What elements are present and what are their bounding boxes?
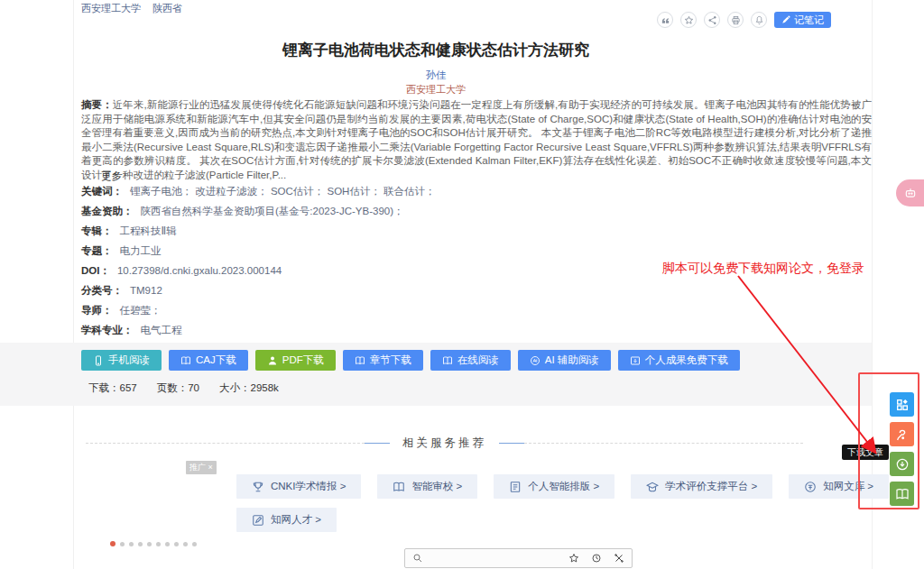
service-card-wenku[interactable]: 知网文库 > (789, 474, 889, 499)
abstract-label: 摘要： (81, 99, 113, 110)
meta-label: 专题： (81, 244, 113, 258)
meta-row-album: 专辑：工程科技Ⅱ辑 (81, 221, 872, 241)
open-book-icon (895, 487, 910, 501)
pen-square-icon (252, 514, 264, 527)
province-link[interactable]: 陕西省 (152, 3, 182, 14)
graduation-cap-icon (646, 481, 659, 493)
grid-icon (895, 398, 910, 412)
bottom-widget-bar[interactable] (404, 548, 633, 568)
meta-row-classno: 分类号：TM912 (81, 280, 872, 300)
personal-free-download-label: 个人成果免费下载 (645, 353, 728, 367)
tools-icon[interactable] (614, 553, 624, 564)
online-read-button[interactable]: 在线阅读 (430, 350, 511, 371)
download-circle-icon (895, 457, 910, 472)
service-card-eval-platform[interactable]: 学术评价支撑平台 > (631, 474, 772, 499)
cnki-article-page: 西安理工大学 陕西省 记笔记 锂离子电池荷电状态和健康状态估计方法研究 孙佳 西… (0, 0, 924, 569)
caj-download-button[interactable]: CAJ下载 (169, 350, 248, 371)
book-icon (180, 355, 191, 366)
downloads-stat: 下载：657 (88, 381, 137, 395)
trophy-icon (252, 481, 264, 493)
meta-label: 分类号： (81, 284, 123, 298)
service-cards-row1: CNKI学术情报 > 智能审校 > 个人智能排版 > 学术评价支撑平台 > 知网… (236, 474, 889, 499)
ai-icon (530, 355, 541, 366)
bar-right-icons (568, 553, 624, 564)
book-icon (355, 355, 365, 366)
carousel-dot[interactable] (110, 541, 116, 546)
bell-icon[interactable] (751, 12, 767, 28)
person-icon (267, 355, 278, 366)
pdf-download-label: PDF下载 (282, 353, 324, 367)
clock-icon[interactable] (591, 553, 602, 564)
pages-stat: 页数：70 (157, 381, 199, 395)
mobile-read-button[interactable]: 手机阅读 (81, 350, 162, 371)
author-link[interactable]: 孙佳 (0, 69, 872, 82)
mobile-read-label: 手机阅读 (108, 353, 150, 367)
carousel-dot[interactable] (120, 542, 125, 546)
service-card-smart-typeset[interactable]: 个人智能排版 > (494, 474, 614, 499)
service-card-rencai[interactable]: 知网人才 > (236, 508, 337, 532)
share-icon[interactable] (704, 12, 720, 28)
question-pencil-icon (895, 427, 910, 442)
service-card-cnki-intel[interactable]: CNKI学术情报 > (236, 474, 361, 499)
service-card-smart-proof[interactable]: 智能审校 > (377, 474, 477, 499)
major-value: 电气工程 (141, 324, 182, 337)
institution-link[interactable]: 西安理工大学 (0, 83, 872, 96)
ad-close-badge[interactable]: 推广 × (186, 461, 217, 474)
meta-row-supervisor: 导师：任碧莹； (81, 300, 872, 320)
caj-download-label: CAJ下载 (196, 353, 236, 367)
carousel-dot[interactable] (147, 542, 152, 546)
magnifier-icon[interactable] (412, 553, 423, 564)
annotation-text: 脚本可以免费下载知网论文，免登录 (662, 261, 864, 277)
wenku-circle-icon (804, 481, 817, 493)
meta-row-major: 学科专业：电气工程 (81, 320, 872, 340)
meta-label: 专辑： (81, 225, 113, 238)
star-icon[interactable] (568, 553, 579, 564)
pdf-download-button[interactable]: PDF下载 (255, 350, 336, 371)
print-icon[interactable] (727, 12, 744, 28)
chapter-download-label: 章节下载 (370, 353, 411, 367)
topic-value: 电力工业 (120, 244, 162, 258)
article-toolbar: 记笔记 (657, 12, 831, 28)
ai-assist-read-button[interactable]: AI 辅助阅读 (518, 350, 611, 371)
related-services-divider: 相关服务推荐 (86, 436, 803, 451)
float-reader-button[interactable] (890, 482, 914, 506)
supervisor-link[interactable]: 任碧莹； (120, 304, 162, 317)
book-icon (442, 355, 453, 366)
ai-assistant-side-tab[interactable] (896, 179, 924, 206)
keyword-links[interactable]: 锂离子电池； 改进粒子滤波； SOC估计； SOH估计； 联合估计； (130, 185, 436, 198)
chapter-download-button[interactable]: 章节下载 (343, 350, 423, 371)
phone-icon (93, 355, 104, 366)
meta-row-topic: 专题：电力工业 (81, 241, 872, 261)
meta-label: DOI： (81, 264, 110, 278)
carousel-dot[interactable] (138, 542, 143, 546)
float-feedback-button[interactable] (890, 422, 914, 446)
take-notes-button[interactable]: 记笔记 (774, 12, 831, 28)
document-icon (509, 481, 522, 493)
abstract-text: 近年来,新能源行业的迅猛发展使得传统化石能源短缺问题和环境污染问题在一定程度上有… (81, 99, 872, 180)
carousel-dots (110, 541, 197, 546)
meta-label: 学科专业： (81, 324, 134, 337)
carousel-dot[interactable] (183, 542, 188, 546)
page-title: 锂离子电池荷电状态和健康状态估计方法研究 (0, 40, 872, 60)
fund-link[interactable]: 陕西省自然科学基金资助项目(基金号:2023-JC-YB-390)； (141, 205, 404, 218)
float-download-button[interactable] (890, 452, 914, 476)
online-read-label: 在线阅读 (457, 353, 499, 367)
doi-value: 10.27398/d.cnki.gxalu.2023.000144 (117, 265, 282, 276)
meta-label: 关键词： (81, 185, 123, 198)
meta-label: 导师： (81, 304, 113, 317)
float-apps-button[interactable] (890, 392, 914, 417)
carousel-dot[interactable] (192, 542, 197, 546)
abstract-paragraph: 摘要：近年来,新能源行业的迅猛发展使得传统化石能源短缺问题和环境污染问题在一定程… (81, 98, 872, 183)
carousel-dot[interactable] (174, 542, 179, 546)
university-link[interactable]: 西安理工大学 (81, 3, 141, 14)
carousel-dot[interactable] (129, 542, 134, 546)
meta-label: 基金资助： (81, 205, 134, 218)
article-stats: 下载：657 页数：70 大小：2958k (88, 381, 279, 395)
carousel-dot[interactable] (156, 542, 161, 546)
quote-icon[interactable] (657, 12, 673, 28)
carousel-dot[interactable] (165, 542, 170, 546)
personal-free-download-button[interactable]: 个人成果免费下载 (618, 350, 740, 371)
meta-row-fund: 基金资助：陕西省自然科学基金资助项目(基金号:2023-JC-YB-390)； (81, 201, 872, 221)
ai-assist-read-label: AI 辅助阅读 (545, 353, 599, 367)
favorite-star-icon[interactable] (680, 12, 697, 28)
